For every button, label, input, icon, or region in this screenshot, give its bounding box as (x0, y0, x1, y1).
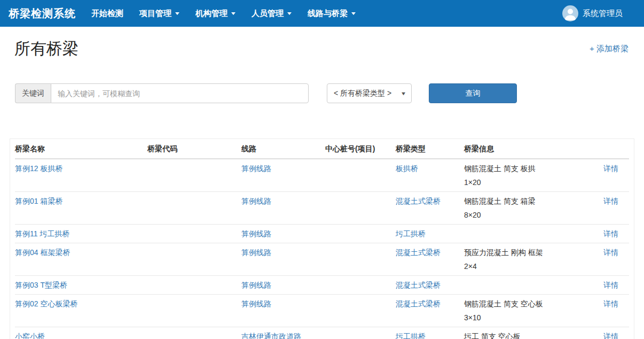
chevron-down-icon (287, 12, 292, 15)
detail-link[interactable]: 详情 (603, 248, 618, 257)
line-link[interactable]: 算例线路 (241, 299, 271, 308)
bridge-name-link[interactable]: 算例04 框架梁桥 (15, 248, 70, 257)
bridge-type-link[interactable]: 混凝土式梁桥 (396, 281, 441, 289)
bridge-type-link[interactable]: 混凝土式梁桥 (396, 299, 441, 308)
table-row: 算例12 板拱桥算例线路板拱桥钢筋混凝土 简支 板拱1×20详情 (15, 159, 629, 192)
bridge-info-cell: 预应力混凝土 刚构 框架2×4 (464, 243, 596, 276)
nav-item-label: 机构管理 (195, 9, 227, 19)
bridge-name-cell: 算例04 框架梁桥 (15, 243, 147, 276)
bridge-name-cell: 小窑小桥 (15, 327, 147, 339)
detail-cell: 详情 (596, 159, 629, 192)
add-bridge-link[interactable]: + 添加桥梁 (590, 44, 629, 54)
bridge-info-line2: 1×20 (464, 177, 592, 188)
bridge-name-link[interactable]: 算例02 空心板梁桥 (15, 299, 77, 308)
col-bridge-name: 桥梁名称 (15, 139, 147, 159)
chevron-down-icon (175, 12, 179, 15)
bridge-name-link[interactable]: 算例01 箱梁桥 (15, 197, 62, 205)
line-cell: 算例线路 (241, 225, 325, 243)
bridge-info-cell (464, 225, 596, 243)
bridge-info-line2: 8×20 (464, 210, 592, 220)
dropdown-arrow-icon: ▼ (400, 91, 407, 96)
detail-link[interactable]: 详情 (603, 229, 618, 238)
line-cell: 算例线路 (241, 243, 325, 276)
page-header: 所有桥梁 + 添加桥梁 (14, 40, 629, 58)
bridge-type-link[interactable]: 圬工拱桥 (396, 229, 426, 238)
bridge-name-cell: 算例03 T型梁桥 (15, 276, 147, 295)
bridge-type-cell: 圬工拱桥 (396, 327, 464, 339)
bridge-type-link[interactable]: 圬工拱桥 (396, 332, 426, 339)
bridge-name-link[interactable]: 小窑小桥 (15, 332, 45, 339)
user-menu[interactable]: 系统管理员 (562, 5, 623, 21)
detail-link[interactable]: 详情 (603, 164, 618, 173)
bridge-name-link[interactable]: 算例11 圬工拱桥 (15, 229, 69, 238)
navbar: 桥梁检测系统 开始检测项目管理机构管理人员管理线路与桥梁 系统管理员 (0, 0, 644, 27)
bridge-info-line1: 钢筋混凝土 简支 板拱 (464, 163, 592, 174)
bridge-name-cell: 算例12 板拱桥 (15, 159, 147, 192)
bridge-code-cell (147, 276, 241, 295)
center-station-cell (325, 243, 396, 276)
bridge-type-link[interactable]: 混凝土式梁桥 (396, 197, 441, 205)
bridge-name-link[interactable]: 算例12 板拱桥 (15, 164, 62, 173)
bridge-info-line2: 3×10 (464, 312, 592, 323)
nav-item-4[interactable]: 线路与桥梁 (300, 0, 364, 27)
bridge-type-link[interactable]: 混凝土式梁桥 (396, 248, 441, 257)
nav-item-3[interactable]: 人员管理 (244, 0, 300, 27)
query-button[interactable]: 查询 (429, 83, 517, 103)
table-row: 算例04 框架梁桥算例线路混凝土式梁桥预应力混凝土 刚构 框架2×4详情 (15, 243, 629, 276)
page-title: 所有桥梁 (14, 38, 78, 60)
line-cell: 算例线路 (241, 192, 325, 225)
bridge-type-select-value: < 所有桥梁类型 > (334, 89, 391, 98)
line-link[interactable]: 算例线路 (241, 164, 271, 173)
line-cell: 吉林伊通市政道路 (241, 327, 325, 339)
line-cell: 算例线路 (241, 159, 325, 192)
bridge-code-cell (147, 192, 241, 225)
bridge-name-cell: 算例11 圬工拱桥 (15, 225, 147, 243)
detail-link[interactable]: 详情 (603, 281, 618, 289)
center-station-cell (325, 327, 396, 339)
bridge-name-link[interactable]: 算例03 T型梁桥 (15, 281, 67, 289)
col-bridge-type: 桥梁类型 (396, 139, 464, 159)
center-station-cell (325, 276, 396, 295)
bridge-code-cell (147, 159, 241, 192)
nav-item-0[interactable]: 开始检测 (83, 0, 131, 27)
line-link[interactable]: 算例线路 (241, 248, 271, 257)
table-row: 算例03 T型梁桥算例线路混凝土式梁桥详情 (15, 276, 629, 295)
line-link[interactable]: 算例线路 (241, 197, 271, 205)
bridge-name-cell: 算例02 空心板梁桥 (15, 295, 147, 327)
nav-item-label: 开始检测 (91, 9, 123, 19)
nav-item-2[interactable]: 机构管理 (187, 0, 244, 27)
bridge-type-cell: 混凝土式梁桥 (396, 295, 464, 327)
detail-cell: 详情 (596, 225, 629, 243)
keyword-input[interactable] (51, 83, 309, 103)
bridge-code-cell (147, 225, 241, 243)
nav-item-1[interactable]: 项目管理 (131, 0, 187, 27)
detail-cell: 详情 (596, 276, 629, 295)
detail-link[interactable]: 详情 (603, 197, 618, 205)
detail-link[interactable]: 详情 (603, 299, 618, 308)
bridge-info-line2: 2×4 (464, 261, 592, 272)
bridge-type-cell: 板拱桥 (396, 159, 464, 192)
bridge-code-cell (147, 243, 241, 276)
line-link[interactable]: 吉林伊通市政道路 (241, 332, 301, 339)
line-link[interactable]: 算例线路 (241, 281, 271, 289)
keyword-label: 关键词 (15, 83, 51, 103)
col-center-station: 中心桩号(项目) (325, 139, 396, 159)
bridge-info-line1: 预应力混凝土 刚构 框架 (464, 247, 592, 258)
bridge-info-cell: 圬工 简支 空心板 (464, 327, 596, 339)
table-row: 算例11 圬工拱桥算例线路圬工拱桥详情 (15, 225, 629, 243)
center-station-cell (325, 295, 396, 327)
detail-cell: 详情 (596, 295, 629, 327)
bridge-table-panel: 桥梁名称 桥梁代码 线路 中心桩号(项目) 桥梁类型 桥梁信息 算例12 板拱桥… (10, 138, 634, 339)
bridge-info-line1: 钢筋混凝土 简支 空心板 (464, 298, 592, 309)
user-avatar-icon (562, 5, 578, 21)
col-bridge-code: 桥梁代码 (147, 139, 241, 159)
search-bar: 关键词 < 所有桥梁类型 > ▼ 查询 (15, 83, 644, 103)
keyword-input-group: 关键词 (15, 83, 309, 103)
nav-item-label: 线路与桥梁 (308, 9, 348, 19)
line-link[interactable]: 算例线路 (241, 229, 271, 238)
col-line: 线路 (241, 139, 325, 159)
brand-title[interactable]: 桥梁检测系统 (9, 6, 76, 21)
bridge-type-select[interactable]: < 所有桥梁类型 > ▼ (327, 83, 412, 103)
detail-link[interactable]: 详情 (603, 332, 618, 339)
bridge-type-link[interactable]: 板拱桥 (396, 164, 418, 173)
